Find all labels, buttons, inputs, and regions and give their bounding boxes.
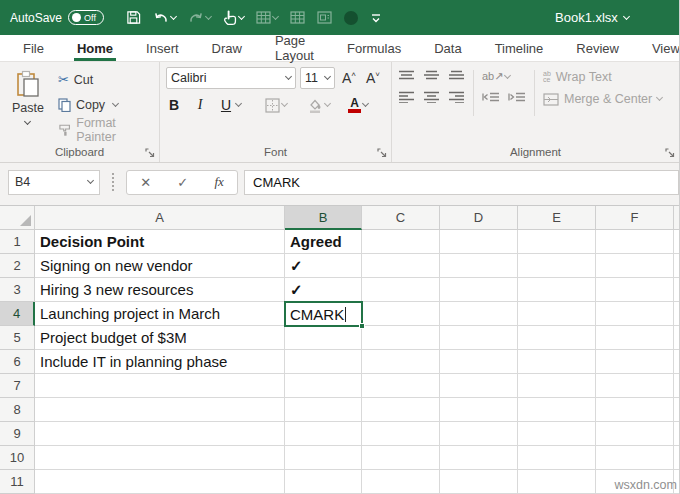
wrap-text-button[interactable]: ab ce Wrap Text xyxy=(543,70,662,84)
touch-mouse-mode-button[interactable] xyxy=(219,7,248,28)
cell-e9[interactable] xyxy=(518,422,596,446)
cell-d3[interactable] xyxy=(440,278,518,302)
cell-b2[interactable]: ✓ xyxy=(285,254,362,278)
column-header-c[interactable]: C xyxy=(362,206,440,230)
cell-b3[interactable]: ✓ xyxy=(285,278,362,302)
orientation-dropdown-icon[interactable] xyxy=(504,71,511,78)
cell-f1[interactable] xyxy=(596,230,674,254)
cell-c2[interactable] xyxy=(362,254,440,278)
tab-page-layout[interactable]: Page Layout xyxy=(262,35,327,61)
cell-f3[interactable] xyxy=(596,278,674,302)
fill-color-dropdown-icon[interactable] xyxy=(324,100,331,107)
row-header-1[interactable]: 1 xyxy=(0,230,35,254)
cell-f6[interactable] xyxy=(596,350,674,374)
copy-dropdown-icon[interactable] xyxy=(112,99,119,106)
column-header-a[interactable]: A xyxy=(35,206,285,230)
cell-d1[interactable] xyxy=(440,230,518,254)
formula-input[interactable]: CMARK xyxy=(244,170,679,195)
cell-e3[interactable] xyxy=(518,278,596,302)
merge-center-button[interactable]: Merge & Center xyxy=(543,92,662,106)
cell-f5[interactable] xyxy=(596,326,674,350)
row-header-2[interactable]: 2 xyxy=(0,254,35,278)
cell-e7[interactable] xyxy=(518,374,596,398)
cut-button[interactable]: ✂ Cut xyxy=(58,67,155,92)
cell-c9[interactable] xyxy=(362,422,440,446)
fill-color-button[interactable] xyxy=(307,98,330,113)
cell-f2[interactable] xyxy=(596,254,674,278)
cell-b10[interactable] xyxy=(285,446,362,470)
table-tool-button-2[interactable] xyxy=(286,8,309,27)
cell-c8[interactable] xyxy=(362,398,440,422)
font-color-button[interactable]: A xyxy=(348,98,368,113)
align-center-icon[interactable] xyxy=(423,91,440,103)
tab-data[interactable]: Data xyxy=(421,35,474,61)
cell-b8[interactable] xyxy=(285,398,362,422)
cell-d7[interactable] xyxy=(440,374,518,398)
row-header-8[interactable]: 8 xyxy=(0,398,35,422)
cell-f7[interactable] xyxy=(596,374,674,398)
tab-timeline[interactable]: Timeline xyxy=(482,35,557,61)
copy-button[interactable]: Copy xyxy=(58,92,155,117)
name-box[interactable]: B4 xyxy=(8,170,100,195)
cell-b7[interactable] xyxy=(285,374,362,398)
workbook-dropdown-icon[interactable] xyxy=(623,12,630,19)
form-tool-button[interactable] xyxy=(313,8,336,27)
cell-f10[interactable] xyxy=(596,446,674,470)
table-tool-button-1[interactable] xyxy=(252,8,282,27)
alignment-dialog-launcher[interactable] xyxy=(665,147,675,162)
underline-dropdown-icon[interactable] xyxy=(235,100,242,107)
font-name-dropdown-icon[interactable] xyxy=(285,73,292,80)
column-header-e[interactable]: E xyxy=(518,206,596,230)
cell-d9[interactable] xyxy=(440,422,518,446)
cell-f4[interactable] xyxy=(596,302,674,326)
cell-a6[interactable]: Include IT in planning phase xyxy=(35,350,285,374)
font-name-combo[interactable]: Calibri xyxy=(166,67,296,89)
format-painter-button[interactable]: Format Painter xyxy=(58,117,155,142)
cell-a7[interactable] xyxy=(35,374,285,398)
increase-font-size-button[interactable]: A˄ xyxy=(339,70,359,86)
clipboard-dialog-launcher[interactable] xyxy=(145,147,155,162)
redo-dropdown-icon[interactable] xyxy=(205,12,212,19)
cell-a2[interactable]: Signing on new vendor xyxy=(35,254,285,278)
fill-handle[interactable] xyxy=(359,323,365,329)
font-dialog-launcher[interactable] xyxy=(377,147,387,162)
row-header-3[interactable]: 3 xyxy=(0,278,35,302)
cell-e8[interactable] xyxy=(518,398,596,422)
autosave-toggle[interactable]: Off xyxy=(68,10,104,25)
cell-e2[interactable] xyxy=(518,254,596,278)
row-header-10[interactable]: 10 xyxy=(0,446,35,470)
active-cell-b4-editor[interactable]: CMARK xyxy=(284,301,363,327)
cell-d5[interactable] xyxy=(440,326,518,350)
enter-button[interactable]: ✓ xyxy=(177,175,188,190)
paste-button[interactable]: Paste xyxy=(6,67,50,145)
cell-d10[interactable] xyxy=(440,446,518,470)
cell-c5[interactable] xyxy=(362,326,440,350)
row-header-6[interactable]: 6 xyxy=(0,350,35,374)
cell-b9[interactable] xyxy=(285,422,362,446)
autosave-control[interactable]: AutoSave Off xyxy=(10,10,104,25)
cancel-button[interactable]: ✕ xyxy=(140,175,151,190)
insert-function-button[interactable]: fx xyxy=(214,174,223,190)
tab-view[interactable]: View xyxy=(639,35,680,61)
cell-a5[interactable]: Project budget of $3M xyxy=(35,326,285,350)
cell-e4[interactable] xyxy=(518,302,596,326)
row-header-4[interactable]: 4 xyxy=(0,302,35,326)
decrease-indent-icon[interactable] xyxy=(482,92,500,104)
undo-dropdown-icon[interactable] xyxy=(170,12,177,19)
cell-b5[interactable] xyxy=(285,326,362,350)
tab-draw[interactable]: Draw xyxy=(199,35,255,61)
undo-button[interactable] xyxy=(149,8,180,28)
font-size-dropdown-icon[interactable] xyxy=(324,73,331,80)
cell-d2[interactable] xyxy=(440,254,518,278)
cell-d8[interactable] xyxy=(440,398,518,422)
save-button[interactable] xyxy=(122,7,145,28)
status-dot-button[interactable] xyxy=(340,8,362,28)
borders-dropdown-icon[interactable] xyxy=(281,100,288,107)
customize-qat-button[interactable] xyxy=(366,10,386,26)
cell-a3[interactable]: Hiring 3 new resources xyxy=(35,278,285,302)
row-header-5[interactable]: 5 xyxy=(0,326,35,350)
cell-d11[interactable] xyxy=(440,470,518,494)
cell-b6[interactable] xyxy=(285,350,362,374)
cell-c11[interactable] xyxy=(362,470,440,494)
tab-home[interactable]: Home xyxy=(64,35,126,61)
